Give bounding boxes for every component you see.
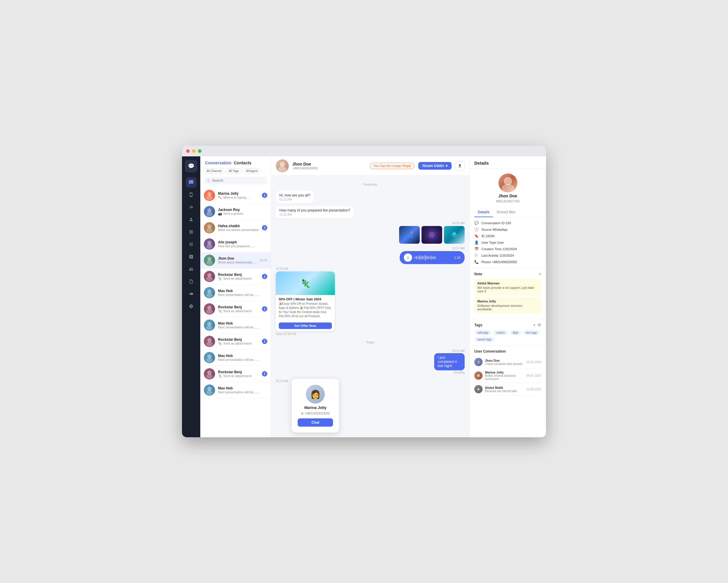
conv-preview-alix: How did you prepared...... <box>218 244 264 248</box>
chat-contact-button[interactable]: Chat <box>297 419 333 427</box>
tag-settings-icon[interactable]: ⚙ <box>538 323 541 328</box>
msg-text-1: Hi, how are you all? <box>279 193 310 197</box>
conv-meta-rockstar4: 2 <box>262 371 267 377</box>
conv-item-rockstar1[interactable]: Rockstar Benj 📎Sent an attachment 2 <box>200 269 271 285</box>
user-conv-item-3[interactable]: A Abdul Malik Because we cannot take 12-… <box>474 383 541 396</box>
detail-row-id: 🔖 ID 18294 <box>474 234 541 238</box>
chat-avatar <box>276 159 289 172</box>
tag-test-tags[interactable]: test tags <box>523 330 540 335</box>
download-button[interactable] <box>455 161 465 171</box>
details-panel: Details Jhon Doe 8801322827700 Details S… <box>469 156 546 437</box>
avatar-maxhob1 <box>204 287 215 298</box>
chat-panel: Jhon Doe +8801400620055 You Can No Longe… <box>271 156 469 437</box>
conv-item-maxhob3[interactable]: Max Hob Next presentation will be....... <box>200 350 271 366</box>
conversation-tab[interactable]: Conversation <box>205 160 231 165</box>
sending-label: Sending <box>454 371 465 374</box>
svg-point-4 <box>207 225 211 229</box>
filter-channel[interactable]: All Channel <box>204 168 224 174</box>
user-conv-info-3: Abdul Malik Because we cannot take <box>485 386 524 393</box>
note-card-1: Abdul Mannan We have provide a lot suppo… <box>474 279 541 295</box>
note-card-2-text: Software development services worldwide. <box>477 304 538 311</box>
tag-sdhedge[interactable]: sdhedge <box>474 330 491 335</box>
contacts-tab[interactable]: Contacts <box>234 160 251 165</box>
conv-item-hafsa[interactable]: Hafsa shaikh Meet me before presentation… <box>200 220 271 236</box>
conv-item-rockstar3[interactable]: Rockstar Benj 📎Sent an attachment 2 <box>200 333 271 350</box>
img-thumb-1[interactable] <box>399 226 420 244</box>
add-note-button[interactable]: + <box>539 272 541 277</box>
nav-contacts[interactable] <box>186 214 197 225</box>
conv-info-hafsa: Hafsa shaikh Meet me before presentation… <box>218 224 259 232</box>
user-conv-item-2[interactable]: M Marina Jolly Builds several business s… <box>474 369 541 383</box>
nav-grid[interactable] <box>186 239 197 250</box>
conv-item-maxhob4[interactable]: Max Hob Next presentation will be....... <box>200 382 271 398</box>
tab-shared-files[interactable]: Shared files <box>493 208 519 217</box>
conv-info-rockstar4: Rockstar Benj 📎Sent an attachment <box>218 370 259 378</box>
assign-label: Nizam Uddin <box>422 164 444 168</box>
conv-time-jhon: 09:35 <box>260 259 267 262</box>
conv-item-jackson[interactable]: Jackson Roy 📷Sent a picture <box>200 204 271 220</box>
nav-settings[interactable] <box>186 301 197 311</box>
details-name: Jhon Doe <box>498 194 517 198</box>
app-window: 💬 <box>182 146 546 437</box>
user-conv-msg-1: I have complete task already <box>485 362 524 365</box>
conv-info-jhon: Jhon Doe What about Wednesday....... <box>218 256 257 264</box>
badge-rockstar1: 2 <box>262 274 267 279</box>
nav-team[interactable] <box>186 264 197 274</box>
conv-info-rockstar2: Rockstar Benj 📎Sent an attachment <box>218 305 259 313</box>
conv-item-jhon[interactable]: Jhon Doe What about Wednesday....... 09:… <box>200 252 271 269</box>
nav-conversations[interactable] <box>186 177 197 188</box>
conv-info-maxhob4: Max Hob Next presentation will be....... <box>218 386 264 394</box>
conv-item-maxhob1[interactable]: Max Hob Next presentation will be....... <box>200 285 271 301</box>
msg-row-outgoing: 03:12 AM I just completed it last night.… <box>276 349 465 374</box>
nav-files[interactable] <box>186 276 197 287</box>
nav-list[interactable] <box>186 202 197 212</box>
conv-preview-marina: ✏️Marina is typing..... <box>218 196 259 199</box>
nav-integrations[interactable] <box>186 288 197 299</box>
tags-actions: + ⚙ <box>533 323 541 328</box>
conv-name-jackson: Jackson Roy <box>218 208 264 212</box>
tag-tjfgb[interactable]: tjfgb <box>510 330 521 335</box>
conv-item-rockstar4[interactable]: Rockstar Benj 📎Sent an attachment 2 <box>200 366 271 382</box>
play-button[interactable]: ⏸ <box>404 253 412 262</box>
img-thumb-2[interactable] <box>421 226 442 244</box>
nav-reports[interactable] <box>186 251 197 262</box>
filter-tags[interactable]: All Tags <box>226 168 241 174</box>
conv-item-rockstar2[interactable]: Rockstar Benj 📎Sent an attachment 2 <box>200 301 271 317</box>
get-offer-button[interactable]: Get Offer Now <box>279 323 332 329</box>
tag-csbers[interactable]: csbers <box>493 330 508 335</box>
nav-logo[interactable]: 💬 <box>185 160 197 172</box>
promo-title: 50% OFF | Winter Sale 2024 <box>279 297 332 301</box>
msg-time-2: 11:52 AM <box>279 213 350 216</box>
tags-row: sdhedge csbers tjfgb test tags saved tag… <box>474 330 541 342</box>
audio-player[interactable]: ⏸ <box>400 251 465 264</box>
conv-meta-rockstar3: 2 <box>262 339 267 344</box>
img-thumb-3[interactable] <box>444 226 465 244</box>
images-row <box>399 226 465 244</box>
svg-point-13 <box>206 293 213 298</box>
contact-popup: 👩 Marina Jolly ⊕ +8801400620055 Chat <box>292 379 339 433</box>
conv-item-maxhob2[interactable]: Max Hob Next presentation will be....... <box>200 317 271 333</box>
conv-header: Conversation Contacts <box>200 156 271 168</box>
msg-bubble-2: How many of you prepared the presentatio… <box>276 206 354 219</box>
close-button[interactable] <box>186 149 190 153</box>
source-icon: 🕐 <box>474 227 479 232</box>
tab-details[interactable]: Details <box>474 208 493 217</box>
conv-item-marina[interactable]: Marina Jolly ✏️Marina is typing..... 2 <box>200 187 271 204</box>
maximize-button[interactable] <box>198 149 202 153</box>
conv-item-alix[interactable]: Alix joseph How did you prepared...... <box>200 236 271 252</box>
filter-agent[interactable]: All Agent <box>243 168 260 174</box>
search-input[interactable] <box>212 178 264 183</box>
tag-saved-tags[interactable]: saved tags <box>474 337 494 342</box>
svg-point-17 <box>206 325 213 330</box>
avatar-marina <box>204 190 215 201</box>
detail-row-phone: 📞 Phone +8801400620055 <box>474 260 541 264</box>
add-tag-button[interactable]: + <box>533 323 536 328</box>
nav-table[interactable] <box>186 227 197 237</box>
details-avatar-section: Jhon Doe 8801322827700 <box>470 169 546 208</box>
user-conv-avatar-1: J <box>474 358 483 366</box>
minimize-button[interactable] <box>192 149 196 153</box>
nav-mobile[interactable] <box>186 189 197 200</box>
assign-button[interactable]: Nizam Uddin ▾ <box>418 162 451 170</box>
user-conv-item-1[interactable]: J Jhon Doe I have complete task already … <box>474 356 541 369</box>
conv-filters: All Channel All Tags All Agent <box>200 168 271 177</box>
